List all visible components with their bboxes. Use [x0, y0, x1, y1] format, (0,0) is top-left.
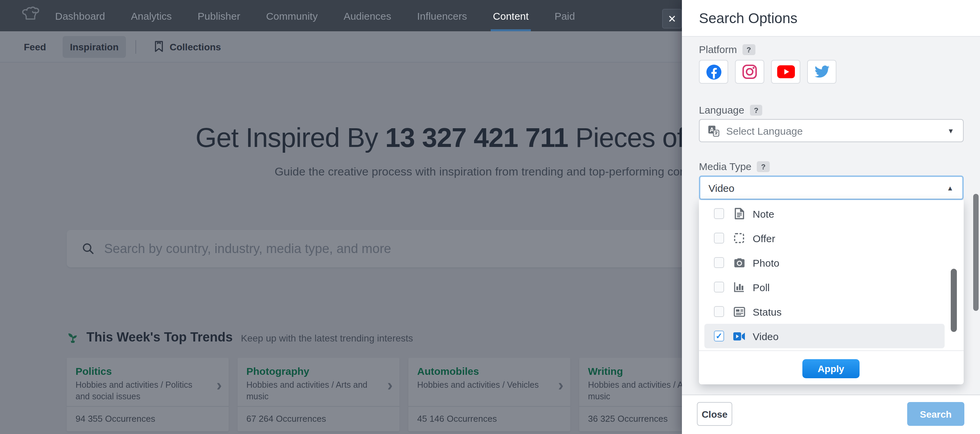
logo-chef-hat-icon[interactable]	[20, 6, 43, 25]
nav-item-analytics[interactable]: Analytics	[118, 0, 185, 31]
nav-menu: Dashboard Analytics Publisher Community …	[42, 0, 588, 31]
chevron-up-icon: ▲	[947, 184, 953, 191]
instagram-platform-button[interactable]	[735, 60, 764, 84]
status-icon	[733, 307, 745, 317]
youtube-platform-button[interactable]	[771, 60, 800, 84]
media-type-select-value: Video	[708, 182, 734, 194]
nav-item-paid[interactable]: Paid	[542, 0, 588, 31]
platform-label-text: Platform	[699, 43, 737, 55]
nav-item-influencers[interactable]: Influencers	[404, 0, 480, 31]
search-button[interactable]: Search	[907, 402, 964, 426]
media-option-video-selected[interactable]: ✓ Video	[705, 324, 945, 348]
checkbox-unchecked[interactable]	[714, 306, 724, 317]
help-icon[interactable]: ?	[757, 161, 770, 172]
twitter-platform-button[interactable]	[807, 60, 837, 84]
media-type-dropdown: Note Offer Photo	[699, 200, 964, 384]
media-option-note[interactable]: Note	[699, 201, 964, 226]
translate-icon: A	[708, 125, 719, 137]
nav-item-community[interactable]: Community	[253, 0, 331, 31]
help-icon[interactable]: ?	[750, 105, 762, 115]
media-option-label: Video	[753, 330, 778, 342]
panel-title: Search Options	[699, 10, 798, 27]
panel-scrollbar-thumb[interactable]	[973, 194, 978, 311]
chevron-down-icon: ▼	[947, 127, 954, 134]
help-icon[interactable]: ?	[743, 44, 755, 55]
checkbox-unchecked[interactable]	[714, 233, 724, 243]
media-option-status[interactable]: Status	[699, 299, 964, 324]
nav-item-content[interactable]: Content	[480, 0, 542, 31]
media-type-select[interactable]: Video ▲	[699, 175, 964, 200]
modal-backdrop	[0, 31, 682, 434]
media-option-poll[interactable]: Poll	[699, 275, 964, 299]
apply-button[interactable]: Apply	[802, 359, 859, 378]
dropdown-footer: Apply	[699, 350, 964, 384]
media-type-label-text: Media Type	[699, 161, 752, 172]
poll-icon	[733, 281, 745, 293]
nav-item-audiences[interactable]: Audiences	[331, 0, 404, 31]
media-option-photo[interactable]: Photo	[699, 250, 964, 275]
nav-item-dashboard[interactable]: Dashboard	[42, 0, 118, 31]
note-icon	[734, 207, 744, 220]
platform-label: Platform ?	[699, 43, 755, 55]
photo-icon	[733, 258, 745, 268]
platform-buttons	[699, 60, 837, 84]
twitter-icon	[814, 65, 830, 79]
media-option-label: Poll	[753, 281, 770, 293]
language-select[interactable]: A Select Language ▼	[699, 119, 964, 142]
facebook-platform-button[interactable]	[699, 60, 728, 84]
offer-icon	[733, 233, 745, 243]
media-option-label: Photo	[753, 257, 779, 269]
instagram-icon	[742, 64, 757, 79]
checkbox-unchecked[interactable]	[714, 208, 724, 219]
close-icon[interactable]: ✕	[662, 9, 682, 29]
nav-item-publisher[interactable]: Publisher	[185, 0, 253, 31]
app: Dashboard Analytics Publisher Community …	[0, 0, 980, 434]
checkbox-checked[interactable]: ✓	[714, 331, 724, 342]
language-select-value: Select Language	[726, 125, 803, 137]
language-label-text: Language	[699, 104, 745, 116]
close-button[interactable]: Close	[697, 402, 732, 426]
video-icon	[733, 332, 745, 340]
language-label: Language ?	[699, 104, 762, 116]
panel-header: Search Options	[682, 0, 980, 37]
youtube-icon	[777, 65, 795, 78]
checkbox-unchecked[interactable]	[714, 257, 724, 268]
search-options-panel: Search Options Platform ?	[682, 0, 980, 434]
media-option-label: Status	[753, 306, 782, 317]
panel-footer: Close Search	[682, 394, 980, 434]
dropdown-scrollbar-thumb[interactable]	[951, 269, 957, 332]
facebook-icon	[705, 64, 722, 80]
checkbox-unchecked[interactable]	[714, 281, 724, 293]
media-type-label: Media Type ?	[699, 161, 770, 172]
media-option-label: Offer	[753, 232, 775, 244]
media-option-label: Note	[753, 208, 774, 219]
media-option-offer[interactable]: Offer	[699, 226, 964, 250]
